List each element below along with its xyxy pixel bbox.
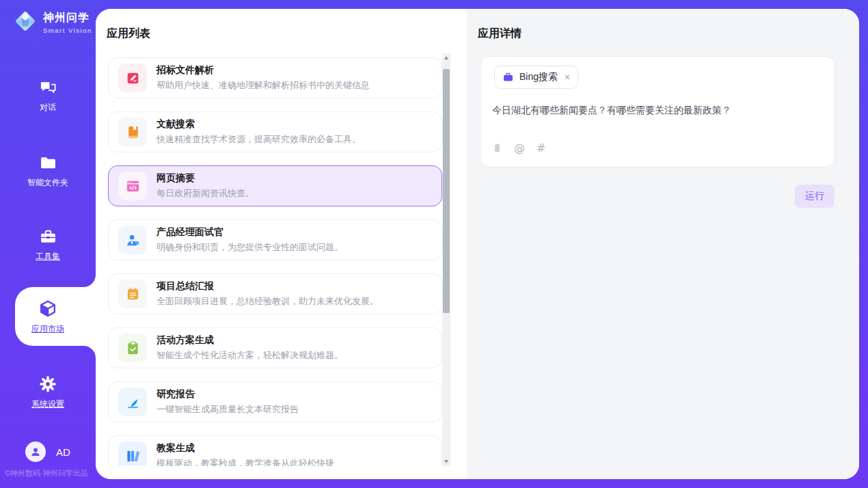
scrollbar-up-arrow[interactable] xyxy=(442,53,450,62)
toolbox-icon xyxy=(0,226,96,247)
app-card-bid-parse[interactable]: 招标文件解析 帮助用户快速、准确地理解和解析招标书中的关键信息 xyxy=(108,57,442,98)
sidebar-item-settings[interactable]: 系统设置 xyxy=(0,373,96,410)
app-card-name: 项目总结汇报 xyxy=(157,280,379,293)
app-card-name: 文献搜索 xyxy=(157,118,361,131)
user-name: AD xyxy=(56,446,70,458)
app-card-pm-interviewer[interactable]: 产品经理面试官 明确身份和职责，为您提供专业性的面试问题。 xyxy=(108,219,442,260)
gear-icon xyxy=(0,373,96,395)
app-card-research-report[interactable]: 研究报告 一键智能生成高质量长文本研究报告 xyxy=(108,381,442,422)
web-code-icon xyxy=(118,172,147,200)
app-card-name: 网页摘要 xyxy=(157,172,254,185)
selected-bump-fillet-bottom xyxy=(83,346,96,358)
interviewer-icon xyxy=(118,226,147,254)
main-surface: 应用列表 招标文件解析 帮助用户快速、准确地理解和解析招标书中的关键信息 文献搜… xyxy=(96,9,859,479)
sidebar-item-app-market[interactable]: 应用市场 xyxy=(0,298,96,335)
folder-icon xyxy=(0,152,96,174)
quill-icon xyxy=(118,388,147,416)
app-card-description: 模板驱动，教案秒成，教学准备从此轻松快捷 xyxy=(157,457,334,466)
app-list-scrollbar[interactable] xyxy=(442,53,450,466)
mention-at-icon[interactable]: @ xyxy=(514,141,525,154)
sidebar-footer-credit: ©神州数码·神州问学出品 xyxy=(5,468,88,478)
cube-icon xyxy=(0,298,96,320)
briefcase-icon xyxy=(502,72,514,83)
composer-toolbar: @ # xyxy=(492,141,545,154)
sidebar-item-smart-folder[interactable]: 智能文件夹 xyxy=(0,152,96,189)
app-card-literature-search[interactable]: 文献搜索 快速精准查找学术资源，提高研究效率的必备工具。 xyxy=(108,111,442,152)
user-account[interactable]: AD xyxy=(25,442,70,462)
triangle-down-icon xyxy=(444,460,448,463)
composer-card: Bing搜索 × 今日湖北有哪些新闻要点？有哪些需要关注的最新政策？ @ # xyxy=(480,56,835,167)
edit-doc-icon xyxy=(118,64,147,92)
clipboard-check-icon xyxy=(118,334,147,362)
hash-icon[interactable]: # xyxy=(537,141,545,154)
scrollbar-thumb[interactable] xyxy=(443,69,450,313)
app-card-web-summary[interactable]: 网页摘要 每日政府新闻资讯快查。 xyxy=(108,165,442,206)
book-icon xyxy=(118,118,147,146)
app-card-description: 每日政府新闻资讯快查。 xyxy=(157,187,254,200)
app-card-description: 快速精准查找学术资源，提高研究效率的必备工具。 xyxy=(157,133,361,146)
scrollbar-down-arrow[interactable] xyxy=(442,457,450,466)
paperclip-icon[interactable] xyxy=(492,142,502,154)
app-card-name: 活动方案生成 xyxy=(157,334,343,347)
sidebar: 神州问学 Smart Vision 对话 智能文件夹 工具集 应用市场 系统设置… xyxy=(0,0,96,488)
app-card-description: 智能生成个性化活动方案，轻松解决规划难题。 xyxy=(157,349,343,362)
app-list-panel: 应用列表 招标文件解析 帮助用户快速、准确地理解和解析招标书中的关键信息 文献搜… xyxy=(96,9,467,479)
app-list-title: 应用列表 xyxy=(107,27,150,41)
app-card-name: 研究报告 xyxy=(157,388,299,401)
note-icon xyxy=(118,280,147,308)
app-card-description: 帮助用户快速、准确地理解和解析招标书中的关键信息 xyxy=(157,79,370,92)
sidebar-item-toolset[interactable]: 工具集 xyxy=(0,226,96,262)
triangle-up-icon xyxy=(444,56,448,59)
app-card-name: 教案生成 xyxy=(157,442,334,455)
app-list-scroll-area: 招标文件解析 帮助用户快速、准确地理解和解析招标书中的关键信息 文献搜索 快速精… xyxy=(108,53,442,466)
books-icon xyxy=(118,442,147,466)
query-text-input[interactable]: 今日湖北有哪些新闻要点？有哪些需要关注的最新政策？ xyxy=(492,103,824,118)
app-card-name: 招标文件解析 xyxy=(157,64,370,77)
app-card-description: 一键智能生成高质量长文本研究报告 xyxy=(157,403,299,416)
app-detail-panel: 应用详情 Bing搜索 × 今日湖北有哪些新闻要点？有哪些需要关注的最新政策？ … xyxy=(467,9,859,479)
logo-subtitle: Smart Vision xyxy=(43,27,92,34)
app-logo: 神州问学 Smart Vision xyxy=(12,8,92,37)
run-button[interactable]: 运行 xyxy=(795,185,835,208)
app-card-description: 明确身份和职责，为您提供专业性的面试问题。 xyxy=(157,241,343,254)
app-card-description: 全面回顾项目进展，总结经验教训，助力未来优化发展。 xyxy=(157,295,379,308)
tool-tag-bing-search[interactable]: Bing搜索 × xyxy=(494,66,578,89)
logo-diamond-icon xyxy=(12,8,38,37)
app-detail-title: 应用详情 xyxy=(478,27,521,41)
selected-bump-fillet-top xyxy=(83,275,96,287)
app-card-name: 产品经理面试官 xyxy=(157,226,343,239)
tool-tag-close-icon[interactable]: × xyxy=(565,72,570,83)
chat-icon xyxy=(0,77,96,98)
tool-tag-label: Bing搜索 xyxy=(519,71,558,83)
app-card-event-plan[interactable]: 活动方案生成 智能生成个性化活动方案，轻松解决规划难题。 xyxy=(108,327,442,368)
app-card-lesson-plan[interactable]: 教案生成 模板驱动，教案秒成，教学准备从此轻松快捷 xyxy=(108,435,442,466)
avatar[interactable] xyxy=(25,442,46,462)
logo-title: 神州问学 xyxy=(43,11,92,25)
sidebar-item-chat[interactable]: 对话 xyxy=(0,77,96,113)
app-card-project-summary[interactable]: 项目总结汇报 全面回顾项目进展，总结经验教训，助力未来优化发展。 xyxy=(108,273,442,314)
